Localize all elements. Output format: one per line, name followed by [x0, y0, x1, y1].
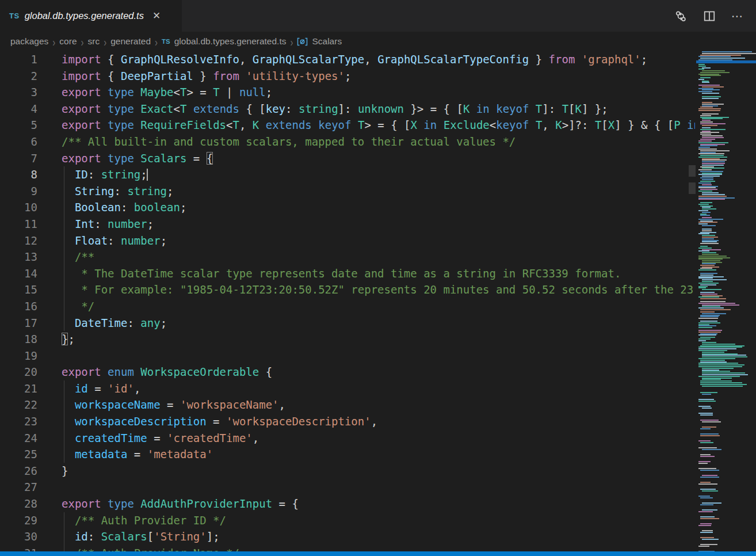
- code-line[interactable]: 20export enum WorkspaceOrderable {: [0, 364, 695, 380]
- tab-bar: TS global.db.types.generated.ts ✕ ⋯: [0, 0, 756, 32]
- line-content[interactable]: import { GraphQLResolveInfo, GraphQLScal…: [62, 51, 695, 68]
- line-number: 29: [0, 512, 62, 529]
- line-content[interactable]: * For example: "1985-04-12T23:20:50.52Z"…: [62, 281, 695, 298]
- code-line[interactable]: 31 /** Auth Provider Name */: [0, 545, 695, 551]
- line-content[interactable]: import { DeepPartial } from 'utility-typ…: [62, 68, 695, 85]
- line-number: 18: [0, 331, 62, 348]
- breadcrumb-folder[interactable]: packages: [10, 36, 48, 47]
- typescript-file-icon: TS: [9, 12, 20, 20]
- line-content[interactable]: * The DateTime scalar type represents da…: [62, 265, 695, 282]
- line-content[interactable]: String: string;: [62, 183, 695, 200]
- line-number: 27: [0, 479, 62, 496]
- code-line[interactable]: 14 * The DateTime scalar type represents…: [0, 265, 695, 282]
- line-number: 22: [0, 397, 62, 413]
- line-number: 16: [0, 298, 62, 315]
- line-content[interactable]: export enum WorkspaceOrderable {: [62, 364, 695, 380]
- line-content[interactable]: /**: [62, 249, 695, 265]
- code-line[interactable]: 3export type Maybe<T> = T | null;: [0, 84, 695, 101]
- line-content[interactable]: workspaceName = 'workspaceName',: [62, 397, 695, 413]
- code-line[interactable]: 9 String: string;: [0, 183, 695, 200]
- code-line[interactable]: 16 */: [0, 298, 695, 315]
- line-number: 11: [0, 216, 62, 233]
- line-content[interactable]: /** All built-in and custom scalars, map…: [62, 134, 695, 150]
- line-content[interactable]: workspaceDescription = 'workspaceDescrip…: [62, 413, 695, 430]
- code-line[interactable]: 10 Boolean: boolean;: [0, 199, 695, 216]
- line-number: 17: [0, 315, 62, 332]
- code-line[interactable]: 8 ID: string;: [0, 166, 695, 183]
- breadcrumb-symbol[interactable]: Scalars: [312, 36, 342, 47]
- line-content[interactable]: createdTime = 'createdTime',: [62, 430, 695, 447]
- indent-guide: [64, 298, 64, 315]
- line-content[interactable]: /** Auth Provider Name */: [62, 545, 695, 551]
- breadcrumb-file[interactable]: global.db.types.generated.ts: [174, 36, 287, 47]
- code-line[interactable]: 11 Int: number;: [0, 216, 695, 233]
- code-line[interactable]: 4export type Exact<T extends { [key: str…: [0, 101, 695, 117]
- code-line[interactable]: 28export type AddAuthProviderInput = {: [0, 496, 695, 512]
- line-number: 30: [0, 528, 62, 545]
- line-content[interactable]: export type RequireFields<T, K extends k…: [62, 117, 695, 134]
- line-content[interactable]: export type Scalars = {: [62, 150, 695, 167]
- code-line[interactable]: 22 workspaceName = 'workspaceName',: [0, 397, 695, 413]
- line-content[interactable]: */: [62, 298, 695, 315]
- line-content[interactable]: }: [62, 463, 695, 479]
- code-line[interactable]: 18};: [0, 331, 695, 348]
- chevron-right-icon: ›: [290, 35, 293, 48]
- line-number: 2: [0, 68, 62, 85]
- line-content[interactable]: metadata = 'metadata': [62, 446, 695, 463]
- code-line[interactable]: 29 /** Auth Provider ID */: [0, 512, 695, 529]
- indent-guide: [64, 430, 64, 447]
- code-line[interactable]: 17 DateTime: any;: [0, 315, 695, 332]
- code-line[interactable]: 13 /**: [0, 249, 695, 265]
- chevron-right-icon: ›: [104, 35, 106, 48]
- breadcrumb-folder[interactable]: src: [88, 36, 100, 47]
- code-line[interactable]: 25 metadata = 'metadata': [0, 446, 695, 463]
- code-line[interactable]: 24 createdTime = 'createdTime',: [0, 430, 695, 447]
- breadcrumb-folder[interactable]: generated: [110, 36, 151, 47]
- code-line[interactable]: 27: [0, 479, 695, 496]
- code-line[interactable]: 7export type Scalars = {: [0, 150, 695, 167]
- line-content[interactable]: ID: string;: [62, 166, 695, 183]
- code-editor[interactable]: 1import { GraphQLResolveInfo, GraphQLSca…: [0, 51, 756, 551]
- code-line[interactable]: 23 workspaceDescription = 'workspaceDesc…: [0, 413, 695, 430]
- line-content[interactable]: Int: number;: [62, 216, 695, 233]
- indent-guide: [64, 281, 64, 298]
- code-line[interactable]: 2import { DeepPartial } from 'utility-ty…: [0, 68, 695, 85]
- line-content[interactable]: };: [62, 331, 695, 348]
- indent-guide: [64, 397, 64, 413]
- minimap[interactable]: [696, 51, 756, 551]
- overview-ruler: [688, 51, 696, 551]
- line-number: 19: [0, 348, 62, 364]
- code-pane[interactable]: 1import { GraphQLResolveInfo, GraphQLSca…: [0, 51, 695, 551]
- line-content[interactable]: /** Auth Provider ID */: [62, 512, 695, 529]
- line-content[interactable]: [62, 479, 695, 496]
- tab-title: global.db.types.generated.ts: [25, 10, 144, 21]
- line-content[interactable]: Float: number;: [62, 233, 695, 249]
- code-line[interactable]: 1import { GraphQLResolveInfo, GraphQLSca…: [0, 51, 695, 68]
- line-content[interactable]: id = 'id',: [62, 380, 695, 397]
- line-content[interactable]: export type Maybe<T> = T | null;: [62, 84, 695, 101]
- code-line[interactable]: 12 Float: number;: [0, 233, 695, 249]
- code-line[interactable]: 30 id: Scalars['String'];: [0, 528, 695, 545]
- code-line[interactable]: 6/** All built-in and custom scalars, ma…: [0, 134, 695, 150]
- line-content[interactable]: export type AddAuthProviderInput = {: [62, 496, 695, 512]
- line-number: 6: [0, 134, 62, 150]
- split-editor-icon[interactable]: [702, 9, 716, 23]
- open-changes-icon[interactable]: [674, 9, 688, 23]
- line-content[interactable]: export type Exact<T extends { [key: stri…: [62, 101, 695, 117]
- chevron-right-icon: ›: [52, 35, 55, 48]
- code-line[interactable]: 15 * For example: "1985-04-12T23:20:50.5…: [0, 281, 695, 298]
- line-content[interactable]: Boolean: boolean;: [62, 199, 695, 216]
- close-icon[interactable]: ✕: [152, 11, 161, 21]
- text-cursor: [147, 169, 148, 181]
- more-actions-icon[interactable]: ⋯: [731, 9, 743, 23]
- code-line[interactable]: 26}: [0, 463, 695, 479]
- line-content[interactable]: id: Scalars['String'];: [62, 528, 695, 545]
- code-line[interactable]: 19: [0, 348, 695, 364]
- tab-global-db-types[interactable]: TS global.db.types.generated.ts ✕: [0, 0, 182, 32]
- code-line[interactable]: 5export type RequireFields<T, K extends …: [0, 117, 695, 134]
- line-content[interactable]: DateTime: any;: [62, 315, 695, 332]
- code-line[interactable]: 21 id = 'id',: [0, 380, 695, 397]
- breadcrumb: packages›core›src›generated›TS global.db…: [0, 32, 756, 51]
- line-content[interactable]: [62, 348, 695, 364]
- breadcrumb-folder[interactable]: core: [59, 36, 77, 47]
